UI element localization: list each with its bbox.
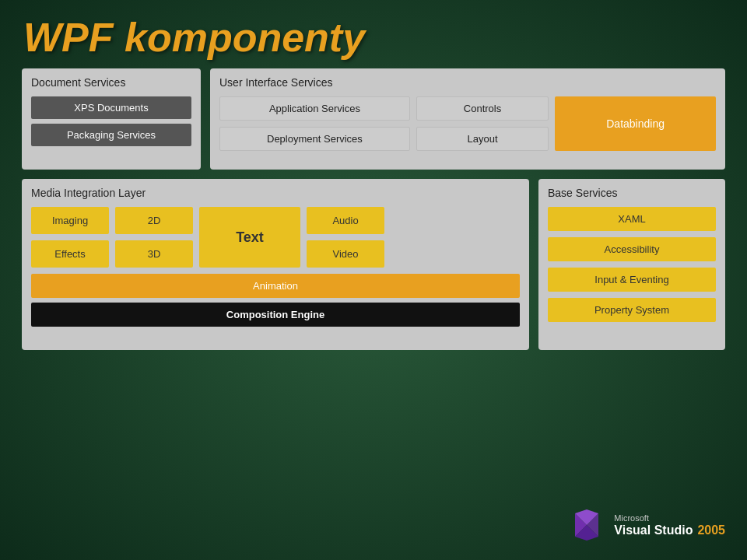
- visual-studio-icon: [567, 506, 606, 544]
- deployment-services-button[interactable]: Deployment Services: [219, 127, 410, 151]
- property-system-button[interactable]: Property System: [548, 298, 716, 322]
- top-row: Document Services XPS Documents Packagin…: [22, 68, 725, 170]
- ui-services-grid: Application Services Controls Databindin…: [219, 96, 716, 151]
- base-services-label: Base Services: [548, 187, 716, 199]
- application-services-button[interactable]: Application Services: [219, 96, 410, 121]
- accessibility-button[interactable]: Accessibility: [548, 237, 716, 261]
- page-title: WPF komponenty: [0, 0, 747, 68]
- effects-button[interactable]: Effects: [31, 240, 109, 268]
- base-services-panel: Base Services XAML Accessibility Input &…: [538, 179, 725, 350]
- packaging-services-button[interactable]: Packaging Services: [31, 124, 191, 146]
- animation-bar: Animation: [31, 274, 520, 298]
- 3d-button[interactable]: 3D: [115, 240, 193, 268]
- ui-services-label: User Interface Services: [219, 76, 716, 89]
- ui-services-panel: User Interface Services Application Serv…: [210, 68, 725, 170]
- vs-logo-text-block: Microsoft Visual Studio 2005: [614, 513, 725, 537]
- imaging-button[interactable]: Imaging: [31, 207, 109, 234]
- video-button[interactable]: Video: [307, 240, 384, 268]
- microsoft-text: Microsoft: [614, 513, 725, 523]
- 2d-button[interactable]: 2D: [115, 207, 193, 234]
- main-content: Document Services XPS Documents Packagin…: [0, 68, 747, 350]
- text-button[interactable]: Text: [199, 207, 300, 268]
- bottom-row: Media Integration Layer Imaging 2D Text …: [22, 179, 725, 350]
- vs-logo: Microsoft Visual Studio 2005: [567, 506, 725, 544]
- media-grid: Imaging 2D Text Audio Effects 3D Video: [31, 207, 520, 268]
- xps-documents-button[interactable]: XPS Documents: [31, 96, 191, 119]
- doc-services-label: Document Services: [31, 76, 191, 89]
- document-services-panel: Document Services XPS Documents Packagin…: [22, 68, 201, 170]
- media-integration-panel: Media Integration Layer Imaging 2D Text …: [22, 179, 529, 350]
- visual-studio-text: Visual Studio: [614, 523, 693, 537]
- vs-year-text: 2005: [697, 523, 725, 537]
- layout-button[interactable]: Layout: [416, 127, 549, 151]
- media-layer-label: Media Integration Layer: [31, 187, 520, 199]
- controls-button[interactable]: Controls: [416, 96, 549, 121]
- composition-engine-bar: Composition Engine: [31, 303, 520, 327]
- input-eventing-button[interactable]: Input & Eventing: [548, 268, 716, 292]
- databinding-button[interactable]: Databinding: [555, 96, 716, 151]
- xaml-button[interactable]: XAML: [548, 207, 716, 231]
- audio-button[interactable]: Audio: [307, 207, 384, 234]
